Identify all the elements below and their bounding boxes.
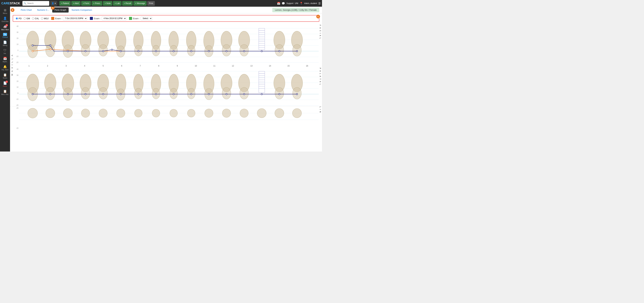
radio-pd[interactable]: PD xyxy=(16,17,22,20)
calendar-icon-button[interactable]: 📅 xyxy=(277,2,280,5)
logo-care: CARE xyxy=(1,2,10,5)
facial-chart xyxy=(19,25,319,64)
user-selector-button[interactable]: 👤 ▾ xyxy=(50,1,57,6)
tooth-10-palatal xyxy=(186,74,196,99)
tooth-num-2: 2 xyxy=(39,65,56,67)
add-form-button[interactable]: + Form xyxy=(81,1,91,6)
lower-tooth-5 xyxy=(99,109,108,118)
lower-tooth-14 xyxy=(257,108,266,118)
sidebar-item-overview[interactable]: 👤 Overview xyxy=(0,15,10,23)
hamburger-menu-button[interactable]: ☰ xyxy=(318,2,321,5)
tab-numeric-c[interactable]: Numeric C... xyxy=(35,7,52,12)
tooth-15-palatal xyxy=(274,74,285,99)
exam3-group: Exam : Select xyxy=(129,16,152,20)
sidebar-item-notes[interactable]: 📋 Notes xyxy=(0,72,10,80)
tab-perio-chart[interactable]: Perio Chart xyxy=(18,7,34,12)
radio-mgj[interactable]: MGJ xyxy=(41,17,48,20)
svg-point-144 xyxy=(67,93,68,95)
radio-gm[interactable]: GM xyxy=(24,17,30,20)
sidebar-item-docs[interactable]: 📄 2 Docs. xyxy=(0,80,10,88)
add-message-button[interactable]: + Message xyxy=(134,1,146,6)
svg-point-63 xyxy=(32,45,33,46)
tooth-num-8: 8 xyxy=(150,65,167,67)
search-input[interactable] xyxy=(27,2,48,4)
controls-wrapper: C PD GM CAL MGJ xyxy=(10,13,322,23)
tab-numeric-comparison[interactable]: Numeric Comparison xyxy=(69,7,94,12)
sidebar-item-med-hist[interactable]: 📋 Med. Hist. xyxy=(0,88,10,96)
y-label-l-neg10: -10 xyxy=(15,127,18,129)
exam2-group: Exam : 4 Nov 2019 02:12PM xyxy=(90,16,126,20)
lower-tooth-15 xyxy=(275,108,284,118)
exam2-select[interactable]: 4 Nov 2019 02:12PM xyxy=(102,16,126,20)
sidebar-item-appts[interactable]: 📅 Appts. xyxy=(0,56,10,63)
sidebar-item-pat-alert[interactable]: 🔔 Pat. Alert xyxy=(0,64,10,72)
add-patient-button[interactable]: + Patient xyxy=(60,1,71,6)
tooth-2-facial xyxy=(44,31,56,57)
sidebar-item-menu[interactable]: ⊞ Menu xyxy=(0,7,10,15)
sidebar-item-clinical[interactable]: Tx Clinical xyxy=(0,32,10,39)
sidebar-item-ins[interactable]: 🛡 Ins. xyxy=(0,48,10,55)
y-label-20: 20 xyxy=(15,37,18,39)
lingual-chart xyxy=(19,106,319,130)
add-presc-button[interactable]: + Presc. xyxy=(92,1,102,6)
lower-tooth-10 xyxy=(188,109,195,117)
exam2-color xyxy=(90,17,93,20)
svg-point-145 xyxy=(85,93,86,95)
svg-point-154 xyxy=(243,93,245,95)
exam1-select[interactable]: 7 Oct 2019 01:53PM xyxy=(63,16,87,20)
svg-point-151 xyxy=(190,93,192,95)
add-alert-button[interactable]: + Alert xyxy=(71,1,80,6)
tooth-4-facial xyxy=(80,31,91,56)
tooth-10-facial xyxy=(186,31,196,56)
tooth-13-facial xyxy=(238,31,250,56)
tooth-num-1: 1 xyxy=(20,65,37,67)
search-icon: 🔍 xyxy=(24,2,26,4)
lingual-svg xyxy=(19,106,319,130)
add-recall-button[interactable]: + Recall xyxy=(122,1,133,6)
svg-point-73 xyxy=(190,50,192,52)
tooth-3-facial xyxy=(62,31,74,57)
tab-perio-graph[interactable]: Perio Graph xyxy=(52,7,68,12)
svg-point-143 xyxy=(50,93,51,95)
main-layout: ⊞ Menu 👤 Overview 🚑 3 Med. Alert Tx Clin… xyxy=(0,7,322,151)
med-alert-badge-wrapper: 🚑 3 xyxy=(3,25,7,28)
upper-charts: 40 30 20 10 0 -10 -20 xyxy=(14,25,322,105)
sidebar-item-billing[interactable]: 📄 Billing xyxy=(0,39,10,47)
tooth-8-facial xyxy=(151,31,161,56)
tooth-3-palatal xyxy=(62,74,74,100)
tooth-num-9: 9 xyxy=(169,65,186,67)
svg-point-167 xyxy=(152,109,160,117)
svg-point-152 xyxy=(208,93,210,95)
palatal-y-axis: 40 30 20 10 0 -10 -20 xyxy=(14,68,19,107)
location-icon-button[interactable]: 📍 xyxy=(300,2,303,5)
lower-tooth-7 xyxy=(134,109,142,117)
support-button[interactable]: Support xyxy=(286,2,294,4)
sidebar-item-med-alert[interactable]: 🚑 3 Med. Alert xyxy=(0,24,10,32)
tooth-num-11: 11 xyxy=(206,65,223,67)
lower-tooth-13 xyxy=(240,109,248,118)
svg-point-170 xyxy=(205,109,213,118)
exam3-select[interactable]: Select xyxy=(141,16,152,20)
chat-icon-button[interactable]: 💬 xyxy=(282,2,285,5)
svg-point-48 xyxy=(50,49,51,50)
sidebar: ⊞ Menu 👤 Overview 🚑 3 Med. Alert Tx Clin… xyxy=(0,7,10,151)
add-note-button[interactable]: + Note xyxy=(103,1,112,6)
search-box[interactable]: 🔍 xyxy=(22,1,49,6)
tooth-num-12: 12 xyxy=(224,65,241,67)
tooth-11-palatal xyxy=(204,74,214,100)
facial-section: 40 30 20 10 0 -10 -20 xyxy=(14,25,322,64)
print-button[interactable]: Print xyxy=(147,1,155,6)
tooth-7-palatal xyxy=(134,74,143,99)
tooth-num-4: 4 xyxy=(76,65,93,67)
svg-point-171 xyxy=(222,109,231,118)
y-label-pneg20: -20 xyxy=(15,104,18,106)
patient-banner: Lemon, Georgia (1196) / 119y 0m / Female xyxy=(272,8,319,12)
add-lab-button[interactable]: + Lab xyxy=(113,1,121,6)
radio-cal[interactable]: CAL xyxy=(32,17,39,20)
sidebar-label-appts: Appts. xyxy=(3,61,7,62)
sidebar-label-overview: Overview xyxy=(2,20,8,22)
menu-grid-icon: ⊞ xyxy=(4,8,6,12)
svg-point-169 xyxy=(188,109,195,117)
palatal-section: 40 30 20 10 0 -10 -20 xyxy=(14,68,322,107)
tooth-numbers: 1 2 3 4 5 6 7 8 9 10 11 12 13 xyxy=(20,65,316,67)
